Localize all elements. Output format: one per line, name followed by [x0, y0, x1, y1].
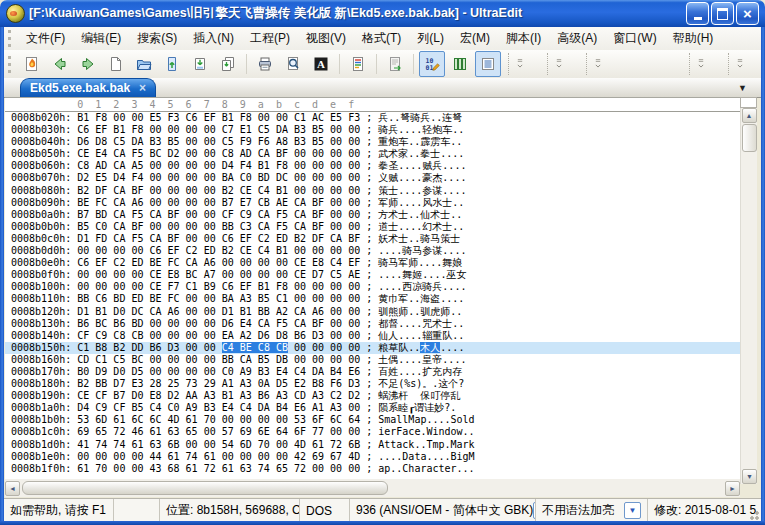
menu-item-11[interactable]: 窗口(W): [605, 27, 664, 50]
hex-bytes: B7 BD CA F5 CA BF 00 00 CF C9 CA F5 CA B…: [77, 209, 360, 220]
menu-item-3[interactable]: 插入(N): [185, 27, 242, 50]
status-modified-segment: 修改: 2015-08-01 5: [648, 499, 761, 522]
hex-row[interactable]: 0008b020h: B1 F8 00 00 E5 F3 C6 EF B1 F8…: [5, 112, 740, 124]
hex-row[interactable]: 0008b160h: CD C1 C5 BC 00 00 00 00 BB CA…: [5, 354, 740, 366]
menu-item-2[interactable]: 搜索(S): [129, 27, 185, 50]
hex-address: 0008b0b0h:: [11, 221, 77, 232]
toolbar-overflow-icon[interactable]: [547, 53, 566, 75]
hex-address: 0008b1a0h:: [11, 402, 77, 413]
toolbar-grip[interactable]: [8, 56, 13, 73]
hex-row[interactable]: 0008b0f0h: 00 00 00 00 CE E8 BC A7 00 00…: [5, 269, 740, 281]
hex-editor[interactable]: 0 1 2 3 4 5 6 7 8 9 a b c d e f 0008b020…: [5, 97, 740, 479]
hex-ascii-separator: ;: [360, 233, 378, 244]
toolbar-overflow-icon[interactable]: [689, 53, 708, 75]
font-icon[interactable]: A: [308, 51, 334, 77]
hex-row[interactable]: 0008b080h: B2 DF CA BF 00 00 00 00 B2 CE…: [5, 185, 740, 197]
menu-item-10[interactable]: 高级(A): [549, 27, 605, 50]
menu-item-4[interactable]: 工程(P): [242, 27, 298, 50]
hex-row[interactable]: 0008b1a0h: D4 C9 CF B5 C4 C0 A9 B3 E4 C4…: [5, 402, 740, 414]
scroll-right-button[interactable]: ►: [725, 481, 740, 496]
flame-document-icon[interactable]: [19, 51, 45, 77]
menu-item-5[interactable]: 视图(V): [298, 27, 354, 50]
window-border-right: [761, 26, 765, 525]
resize-grip[interactable]: [746, 507, 759, 520]
vertical-scrollbar[interactable]: ▲ ▼: [740, 108, 757, 484]
scroll-left-button[interactable]: ◄: [5, 481, 20, 496]
maximize-button[interactable]: [711, 2, 734, 25]
hex-bytes: 69 65 72 46 61 63 65 00 57 69 6E 64 6F 7…: [77, 426, 360, 437]
reformat-icon[interactable]: [382, 51, 408, 77]
hex-row[interactable]: 0008b030h: C6 EF B1 F8 00 00 00 00 C7 E1…: [5, 124, 740, 136]
hex-row[interactable]: 0008b100h: 00 00 00 00 CE F7 C1 B9 C6 EF…: [5, 281, 740, 293]
hex-row[interactable]: 0008b060h: C8 AD CA A5 00 00 00 00 D4 F4…: [5, 160, 740, 172]
status-encoding-text: 936 (ANSI/OEM - 简体中文 GBK): [356, 502, 533, 519]
hex-row[interactable]: 0008b140h: CF C9 C8 CB 00 00 00 00 EA A2…: [5, 330, 740, 342]
forward-icon[interactable]: [75, 51, 101, 77]
toolbar-overflow-icon[interactable]: [728, 53, 747, 75]
menu-item-9[interactable]: 脚本(I): [498, 27, 549, 50]
save-file-icon[interactable]: [187, 51, 213, 77]
tab-list-dropdown-icon[interactable]: ▼: [738, 83, 747, 93]
open-folder-icon[interactable]: [131, 51, 157, 77]
title-bar[interactable]: [F:\KuaiwanGames\Games\旧引擎天飞曹操传 美化版 新\Ek…: [0, 0, 765, 27]
hex-row[interactable]: 0008b0c0h: D1 FD CA F5 CA BF 00 00 C6 EF…: [5, 233, 740, 245]
hex-row[interactable]: 0008b050h: CE E4 CA F5 BC D2 00 00 C8 AD…: [5, 148, 740, 160]
minimize-button[interactable]: [686, 2, 709, 25]
menu-item-0[interactable]: 文件(F): [18, 27, 73, 50]
hex-row[interactable]: 0008b150h: C1 B8 B2 DD B6 D3 00 00 C4 BE…: [5, 342, 740, 354]
hex-row[interactable]: 0008b0d0h: 00 00 00 00 C6 EF C2 ED B2 CE…: [5, 245, 740, 257]
hex-row[interactable]: 0008b040h: D6 D8 C5 DA B3 B5 00 00 C5 F9…: [5, 136, 740, 148]
vertical-scroll-thumb[interactable]: [742, 124, 757, 152]
hex-row[interactable]: 0008b1f0h: 61 70 00 00 43 68 61 72 61 63…: [5, 463, 740, 475]
horizontal-scroll-thumb[interactable]: [22, 481, 388, 495]
tab-close-icon[interactable]: ×: [139, 82, 146, 94]
hex-row[interactable]: 0008b110h: BB C6 BD ED BE FC 00 00 BA A3…: [5, 293, 740, 305]
open-ftp-icon[interactable]: [159, 51, 185, 77]
hex-row[interactable]: 0008b190h: CE CF B7 D0 E8 D2 AA A3 B1 A3…: [5, 390, 740, 402]
hex-row[interactable]: 0008b170h: B0 D9 D0 D5 00 00 00 00 C0 A9…: [5, 366, 740, 378]
hex-row[interactable]: 0008b120h: D1 B1 D0 DC CA A6 00 00 D1 B1…: [5, 306, 740, 318]
menu-item-6[interactable]: 格式(T): [354, 27, 409, 50]
print-preview-icon[interactable]: [280, 51, 306, 77]
scroll-down-button[interactable]: ▼: [742, 469, 757, 484]
menu-item-7[interactable]: 列(L): [409, 27, 452, 50]
tab-ekd5[interactable]: Ekd5.exe.bak.bak ×: [20, 78, 156, 97]
hex-ascii-separator: ;: [360, 378, 378, 389]
line-list-icon[interactable]: [475, 51, 501, 77]
toolbar-overflow-icon[interactable]: [586, 53, 605, 75]
menu-item-12[interactable]: 帮助(H): [665, 27, 722, 50]
hex-row[interactable]: 0008b1d0h: 41 74 74 61 63 6B 00 00 54 6D…: [5, 439, 740, 451]
hex-ascii: ....西凉骑兵....: [378, 281, 466, 292]
hex-row[interactable]: 0008b1c0h: 69 65 72 46 61 63 65 00 57 69…: [5, 426, 740, 438]
menu-item-1[interactable]: 编辑(E): [73, 27, 129, 50]
syntax-dropdown-button[interactable]: ▼: [624, 502, 641, 519]
save-all-icon[interactable]: [215, 51, 241, 77]
hex-bytes: D6 D8 C5 DA B3 B5 00 00 C5 F9 F6 A8 B3 B…: [77, 136, 360, 147]
new-file-icon[interactable]: [103, 51, 129, 77]
close-button[interactable]: ×: [736, 2, 759, 25]
hex-ascii-separator: ;: [360, 172, 378, 183]
hex-row[interactable]: 0008b070h: D2 E5 D4 F4 00 00 00 00 BA C0…: [5, 172, 740, 184]
hex-ascii: ierFace.Window..: [378, 426, 474, 437]
hex-row[interactable]: 0008b0a0h: B7 BD CA F5 CA BF 00 00 CF C9…: [5, 209, 740, 221]
hex-row[interactable]: 0008b1b0h: 53 6D 61 6C 6C 4D 61 70 00 00…: [5, 414, 740, 426]
hex-edit-icon[interactable]: 1001: [419, 51, 445, 77]
hex-row[interactable]: 0008b130h: B6 BC B6 BD 00 00 00 00 D6 E4…: [5, 318, 740, 330]
hex-row[interactable]: 0008b090h: BE FC CA A6 00 00 00 00 B7 E7…: [5, 197, 740, 209]
hex-row[interactable]: 0008b1e0h: 00 00 00 00 44 61 74 61 00 00…: [5, 451, 740, 463]
column-mode-icon[interactable]: [447, 51, 473, 77]
hex-row[interactable]: 0008b180h: B2 BB D7 E3 28 25 73 29 A1 A3…: [5, 378, 740, 390]
menu-item-8[interactable]: 宏(M): [452, 27, 498, 50]
hex-row[interactable]: 0008b0b0h: B5 C0 CA BF 00 00 00 00 BB C3…: [5, 221, 740, 233]
hex-ascii-separator: ;: [360, 257, 378, 268]
scroll-up-button[interactable]: ▲: [742, 108, 757, 123]
back-icon[interactable]: [47, 51, 73, 77]
horizontal-scrollbar[interactable]: ◄ ►: [5, 479, 740, 497]
print-icon[interactable]: [252, 51, 278, 77]
toolbar-overflow-icon[interactable]: [508, 53, 527, 75]
syntax-colors-icon[interactable]: [345, 51, 371, 77]
hex-bytes: 53 6D 61 6C 6C 4D 61 70 00 00 00 00 53 6…: [77, 414, 360, 425]
menubar-grip[interactable]: [8, 30, 13, 47]
hex-row[interactable]: 0008b0e0h: C6 EF C2 ED BE FC CA A6 00 00…: [5, 257, 740, 269]
hex-bytes: CF C9 C8 CB 00 00 00 00 EA A2 D6 D8 B6 D…: [77, 330, 360, 341]
